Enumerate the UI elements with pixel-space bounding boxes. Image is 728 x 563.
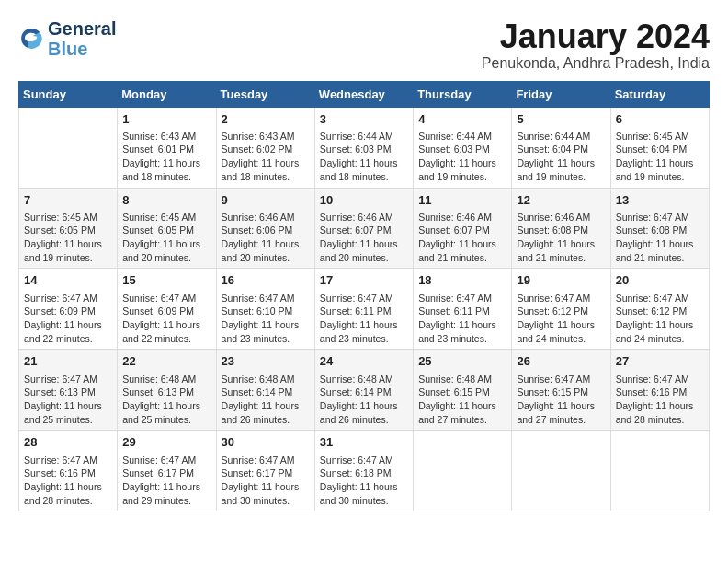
day-cell: 7Sunrise: 6:45 AMSunset: 6:05 PMDaylight…: [19, 188, 118, 269]
day-info: Sunrise: 6:47 AMSunset: 6:12 PMDaylight:…: [517, 292, 605, 346]
day-cell: 27Sunrise: 6:47 AMSunset: 6:16 PMDayligh…: [610, 350, 709, 431]
day-number: 7: [24, 192, 112, 209]
day-cell: 5Sunrise: 6:44 AMSunset: 6:04 PMDaylight…: [512, 107, 610, 188]
day-cell: 8Sunrise: 6:45 AMSunset: 6:05 PMDaylight…: [118, 188, 216, 269]
day-info: Sunrise: 6:47 AMSunset: 6:12 PMDaylight:…: [616, 292, 704, 346]
day-number: 21: [24, 353, 112, 370]
day-number: 10: [320, 192, 408, 209]
day-info: Sunrise: 6:48 AMSunset: 6:15 PMDaylight:…: [418, 373, 506, 427]
day-number: 20: [616, 272, 704, 289]
logo: General Blue: [18, 18, 116, 59]
logo-line1: General: [48, 18, 116, 39]
logo-icon: [18, 26, 44, 52]
day-number: 23: [222, 353, 310, 370]
day-number: 28: [24, 434, 112, 451]
day-cell: 4Sunrise: 6:44 AMSunset: 6:03 PMDaylight…: [414, 107, 512, 188]
day-cell: 30Sunrise: 6:47 AMSunset: 6:17 PMDayligh…: [216, 431, 314, 511]
day-cell: 9Sunrise: 6:46 AMSunset: 6:06 PMDaylight…: [216, 188, 314, 269]
day-number: 8: [122, 192, 210, 209]
week-row-5: 28Sunrise: 6:47 AMSunset: 6:16 PMDayligh…: [19, 431, 710, 511]
logo-line2: Blue: [48, 39, 116, 59]
day-number: 2: [222, 111, 310, 128]
day-cell: [19, 107, 118, 188]
day-cell: 23Sunrise: 6:48 AMSunset: 6:14 PMDayligh…: [216, 350, 314, 431]
day-info: Sunrise: 6:48 AMSunset: 6:14 PMDaylight:…: [222, 373, 310, 427]
day-number: 30: [222, 434, 310, 451]
day-info: Sunrise: 6:44 AMSunset: 6:03 PMDaylight:…: [418, 130, 506, 184]
day-info: Sunrise: 6:47 AMSunset: 6:18 PMDaylight:…: [320, 454, 408, 508]
day-cell: 22Sunrise: 6:48 AMSunset: 6:13 PMDayligh…: [118, 350, 216, 431]
day-info: Sunrise: 6:47 AMSunset: 6:09 PMDaylight:…: [24, 292, 112, 346]
day-info: Sunrise: 6:46 AMSunset: 6:07 PMDaylight:…: [320, 211, 408, 265]
day-info: Sunrise: 6:45 AMSunset: 6:05 PMDaylight:…: [122, 211, 210, 265]
week-row-1: 1Sunrise: 6:43 AMSunset: 6:01 PMDaylight…: [19, 107, 710, 188]
day-cell: [512, 431, 610, 511]
day-number: 27: [616, 353, 704, 370]
month-title: January 2024: [482, 18, 710, 55]
day-number: 25: [418, 353, 506, 370]
day-cell: 29Sunrise: 6:47 AMSunset: 6:17 PMDayligh…: [118, 431, 216, 511]
day-info: Sunrise: 6:47 AMSunset: 6:17 PMDaylight:…: [222, 454, 310, 508]
day-number: 4: [418, 111, 506, 128]
day-cell: 19Sunrise: 6:47 AMSunset: 6:12 PMDayligh…: [512, 269, 610, 350]
day-cell: 18Sunrise: 6:47 AMSunset: 6:11 PMDayligh…: [414, 269, 512, 350]
day-info: Sunrise: 6:47 AMSunset: 6:13 PMDaylight:…: [24, 373, 112, 427]
day-number: 3: [320, 111, 408, 128]
day-cell: 13Sunrise: 6:47 AMSunset: 6:08 PMDayligh…: [610, 188, 709, 269]
week-row-2: 7Sunrise: 6:45 AMSunset: 6:05 PMDaylight…: [19, 188, 710, 269]
day-cell: 16Sunrise: 6:47 AMSunset: 6:10 PMDayligh…: [216, 269, 314, 350]
day-number: 16: [222, 272, 310, 289]
day-number: 18: [418, 272, 506, 289]
day-info: Sunrise: 6:47 AMSunset: 6:16 PMDaylight:…: [24, 454, 112, 508]
calendar-table: SundayMondayTuesdayWednesdayThursdayFrid…: [18, 81, 710, 512]
header-wednesday: Wednesday: [314, 81, 413, 107]
day-number: 29: [122, 434, 210, 451]
day-cell: 31Sunrise: 6:47 AMSunset: 6:18 PMDayligh…: [314, 431, 413, 511]
week-row-4: 21Sunrise: 6:47 AMSunset: 6:13 PMDayligh…: [19, 350, 710, 431]
day-number: 5: [517, 111, 605, 128]
day-cell: 15Sunrise: 6:47 AMSunset: 6:09 PMDayligh…: [118, 269, 216, 350]
day-cell: 21Sunrise: 6:47 AMSunset: 6:13 PMDayligh…: [19, 350, 118, 431]
header-friday: Friday: [512, 81, 610, 107]
header-tuesday: Tuesday: [216, 81, 314, 107]
day-info: Sunrise: 6:44 AMSunset: 6:04 PMDaylight:…: [517, 130, 605, 184]
day-info: Sunrise: 6:47 AMSunset: 6:10 PMDaylight:…: [222, 292, 310, 346]
day-info: Sunrise: 6:45 AMSunset: 6:05 PMDaylight:…: [24, 211, 112, 265]
day-number: 24: [320, 353, 408, 370]
day-number: 15: [122, 272, 210, 289]
day-info: Sunrise: 6:47 AMSunset: 6:09 PMDaylight:…: [122, 292, 210, 346]
day-info: Sunrise: 6:43 AMSunset: 6:01 PMDaylight:…: [122, 130, 210, 184]
location-subtitle: Penukonda, Andhra Pradesh, India: [482, 55, 710, 72]
day-info: Sunrise: 6:47 AMSunset: 6:11 PMDaylight:…: [418, 292, 506, 346]
day-cell: [414, 431, 512, 511]
day-cell: 25Sunrise: 6:48 AMSunset: 6:15 PMDayligh…: [414, 350, 512, 431]
day-number: 11: [418, 192, 506, 209]
day-number: 22: [122, 353, 210, 370]
day-info: Sunrise: 6:44 AMSunset: 6:03 PMDaylight:…: [320, 130, 408, 184]
day-cell: 24Sunrise: 6:48 AMSunset: 6:14 PMDayligh…: [314, 350, 413, 431]
page-header: General Blue January 2024 Penukonda, And…: [18, 18, 710, 72]
day-cell: 17Sunrise: 6:47 AMSunset: 6:11 PMDayligh…: [314, 269, 413, 350]
day-cell: 12Sunrise: 6:46 AMSunset: 6:08 PMDayligh…: [512, 188, 610, 269]
day-number: 31: [320, 434, 408, 451]
day-number: 17: [320, 272, 408, 289]
day-cell: 28Sunrise: 6:47 AMSunset: 6:16 PMDayligh…: [19, 431, 118, 511]
day-info: Sunrise: 6:46 AMSunset: 6:07 PMDaylight:…: [418, 211, 506, 265]
day-number: 6: [616, 111, 704, 128]
day-cell: [610, 431, 709, 511]
day-info: Sunrise: 6:46 AMSunset: 6:06 PMDaylight:…: [222, 211, 310, 265]
day-cell: 1Sunrise: 6:43 AMSunset: 6:01 PMDaylight…: [118, 107, 216, 188]
day-info: Sunrise: 6:46 AMSunset: 6:08 PMDaylight:…: [517, 211, 605, 265]
day-number: 13: [616, 192, 704, 209]
header-saturday: Saturday: [610, 81, 709, 107]
week-row-3: 14Sunrise: 6:47 AMSunset: 6:09 PMDayligh…: [19, 269, 710, 350]
day-cell: 14Sunrise: 6:47 AMSunset: 6:09 PMDayligh…: [19, 269, 118, 350]
day-cell: 6Sunrise: 6:45 AMSunset: 6:04 PMDaylight…: [610, 107, 709, 188]
calendar-header-row: SundayMondayTuesdayWednesdayThursdayFrid…: [19, 81, 710, 107]
day-info: Sunrise: 6:47 AMSunset: 6:11 PMDaylight:…: [320, 292, 408, 346]
day-cell: 20Sunrise: 6:47 AMSunset: 6:12 PMDayligh…: [610, 269, 709, 350]
day-info: Sunrise: 6:47 AMSunset: 6:17 PMDaylight:…: [122, 454, 210, 508]
header-thursday: Thursday: [414, 81, 512, 107]
day-info: Sunrise: 6:47 AMSunset: 6:08 PMDaylight:…: [616, 211, 704, 265]
day-info: Sunrise: 6:43 AMSunset: 6:02 PMDaylight:…: [222, 130, 310, 184]
